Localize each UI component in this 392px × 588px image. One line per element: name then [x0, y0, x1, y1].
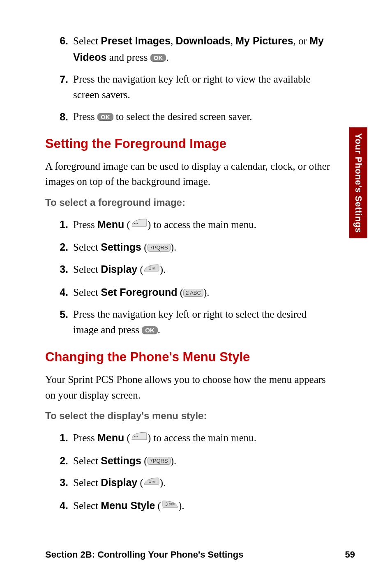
step-body: Select Display (1✉). — [73, 261, 333, 279]
ms-step-4: 4. Select Menu Style (3DEF). — [57, 498, 333, 515]
text: ( — [141, 242, 148, 253]
text: . — [158, 324, 160, 335]
paragraph: Your Sprint PCS Phone allows you to choo… — [45, 372, 333, 403]
text: ( — [137, 477, 143, 488]
text: Select — [73, 287, 101, 298]
bold: Display — [101, 477, 137, 488]
num-key-3-icon: 3DEF — [161, 498, 178, 514]
bold: Menu Style — [101, 500, 155, 511]
svg-point-5 — [134, 436, 135, 438]
ms-steps: 1. Press Menu () to access the main menu… — [45, 430, 333, 515]
fg-step-1: 1. Press Menu () to access the main menu… — [57, 217, 333, 234]
step-body: Press OK to select the desired screen sa… — [73, 109, 333, 125]
text: Select — [73, 264, 101, 275]
svg-point-1 — [136, 223, 137, 224]
subheading: To select the display's menu style: — [45, 410, 333, 422]
svg-point-6 — [136, 436, 137, 438]
num-key-1-icon: 1✉ — [143, 475, 160, 491]
num-key-7-icon: 7PQRS — [148, 457, 171, 465]
text: Select — [73, 35, 101, 46]
num-key-1-icon: 1✉ — [143, 262, 160, 278]
text: Press — [73, 432, 97, 443]
bold: Settings — [101, 455, 141, 466]
step-8: 8. Press OK to select the desired screen… — [57, 109, 333, 125]
text: ( — [137, 264, 143, 275]
bold: Downloads — [175, 35, 230, 46]
svg-text:✉: ✉ — [152, 480, 155, 484]
content: 6. Select Preset Images, Downloads, My P… — [45, 33, 333, 515]
step-body: Select Settings (7PQRS). — [73, 239, 333, 256]
page-number: 59 — [345, 549, 355, 560]
text: ) to access the main menu. — [148, 432, 256, 443]
step-number: 5. — [57, 307, 73, 339]
step-body: Press the navigation key left or right t… — [73, 307, 333, 339]
step-body: Select Settings (7PQRS). — [73, 453, 333, 469]
text: to select the desired screen saver. — [113, 111, 252, 122]
svg-text:3: 3 — [165, 502, 168, 507]
num-key-7-icon: 7PQRS — [148, 244, 171, 251]
text: , — [231, 35, 236, 46]
fg-step-3: 3. Select Display (1✉). — [57, 261, 333, 279]
heading-menu-style: Changing the Phone's Menu Style — [45, 350, 333, 364]
ms-step-3: 3. Select Display (1✉). — [57, 475, 333, 492]
text: . — [166, 52, 168, 63]
step-body: Select Set Foreground (2 ABC). — [73, 284, 333, 301]
text: ( — [141, 455, 148, 466]
step-body: Press Menu () to access the main menu. — [73, 217, 333, 234]
bold: Menu — [97, 432, 124, 443]
footer: Section 2B: Controlling Your Phone's Set… — [45, 549, 355, 560]
step-number: 6. — [57, 33, 73, 66]
text: ( — [124, 219, 130, 230]
step-number: 3. — [57, 261, 73, 279]
svg-text:DEF: DEF — [169, 503, 175, 506]
step-number: 7. — [57, 71, 73, 104]
text: Select — [73, 242, 101, 253]
step-number: 3. — [57, 475, 73, 492]
footer-section: Section 2B: Controlling Your Phone's Set… — [45, 549, 243, 560]
bold: Display — [101, 263, 137, 275]
text: ). — [171, 455, 177, 466]
text: and press — [107, 52, 150, 63]
fg-step-5: 5. Press the navigation key left or righ… — [57, 307, 333, 339]
step-number: 4. — [57, 284, 73, 301]
fg-step-4: 4. Select Set Foreground (2 ABC). — [57, 284, 333, 301]
side-tab-label: Your Phone's Settings — [353, 133, 364, 233]
ms-step-2: 2. Select Settings (7PQRS). — [57, 453, 333, 469]
text: ). — [178, 500, 184, 511]
text: , — [171, 35, 176, 46]
num-key-2-icon: 2 ABC — [183, 289, 203, 297]
side-tab: Your Phone's Settings — [349, 127, 367, 238]
text: ) to access the main menu. — [148, 219, 256, 230]
text: Press — [73, 219, 97, 230]
step-body: Select Display (1✉). — [73, 475, 333, 492]
text: Select — [73, 500, 101, 511]
svg-text:1: 1 — [149, 265, 151, 270]
text: ( — [177, 287, 183, 298]
heading-foreground: Setting the Foreground Image — [45, 136, 333, 151]
svg-point-0 — [134, 223, 135, 224]
step-number: 8. — [57, 109, 73, 125]
svg-text:1: 1 — [149, 479, 151, 484]
text: Select — [73, 455, 101, 466]
step-body: Press the navigation key left or right t… — [73, 71, 333, 104]
svg-text:✉: ✉ — [152, 267, 155, 270]
step-number: 2. — [57, 239, 73, 256]
page: Your Phone's Settings 6. Select Preset I… — [0, 0, 392, 588]
ms-step-1: 1. Press Menu () to access the main menu… — [57, 430, 333, 447]
bold: My Pictures — [235, 35, 293, 46]
fg-step-2: 2. Select Settings (7PQRS). — [57, 239, 333, 256]
text: Select — [73, 477, 101, 488]
bold: Settings — [101, 241, 141, 253]
step-7: 7. Press the navigation key left or righ… — [57, 71, 333, 104]
svg-point-7 — [137, 436, 138, 438]
top-steps: 6. Select Preset Images, Downloads, My P… — [45, 33, 333, 125]
text: ( — [155, 500, 161, 511]
step-body: Select Preset Images, Downloads, My Pict… — [73, 33, 333, 66]
bold: Set Foreground — [101, 286, 177, 298]
step-body: Press Menu () to access the main menu. — [73, 430, 333, 447]
step-body: Select Menu Style (3DEF). — [73, 498, 333, 515]
menu-key-icon — [130, 217, 148, 233]
text: ). — [160, 264, 166, 275]
step-6: 6. Select Preset Images, Downloads, My P… — [57, 33, 333, 66]
text: ( — [124, 432, 130, 443]
